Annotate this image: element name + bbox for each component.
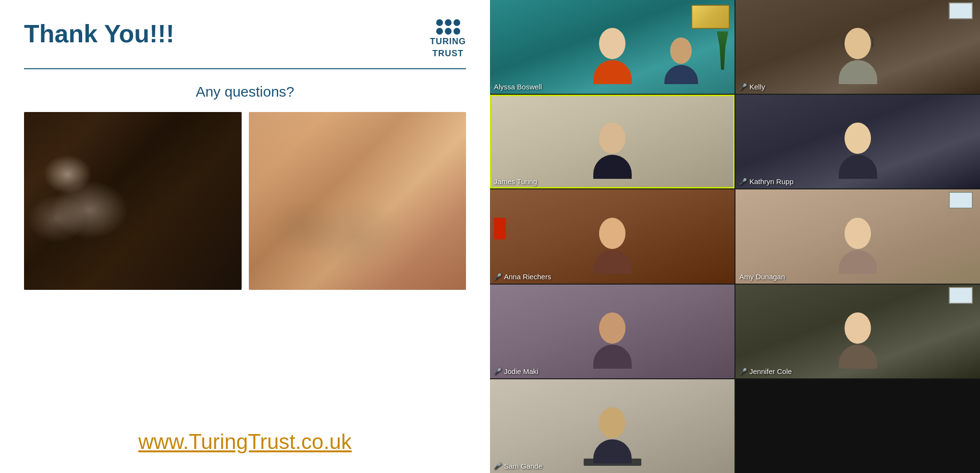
video-tile-alyssa: Alyssa Boswell bbox=[490, 0, 735, 94]
name-anna: 🎤 Anna Riechers bbox=[494, 273, 551, 281]
logo-text-line1: TURING bbox=[430, 37, 466, 47]
logo-dot-2 bbox=[445, 19, 452, 26]
photo-students-2 bbox=[249, 112, 466, 290]
name-jodie: 🎤 Jodie Maki bbox=[494, 367, 539, 375]
logo-dot-5 bbox=[445, 28, 452, 35]
head-jennifer bbox=[845, 312, 871, 344]
video-tile-anna: 🎤 Anna Riechers bbox=[490, 189, 735, 283]
person-sam bbox=[593, 407, 632, 463]
red-object-anna bbox=[494, 218, 506, 239]
logo-dot-1 bbox=[436, 19, 443, 26]
plant-alyssa bbox=[715, 31, 730, 70]
person-jennifer bbox=[839, 312, 877, 369]
window-amy bbox=[949, 192, 973, 209]
mute-icon-kathryn: 🎤 bbox=[739, 178, 747, 185]
website-link[interactable]: www.TuringTrust.co.uk bbox=[24, 420, 466, 454]
body-kelly bbox=[839, 60, 877, 84]
video-tile-james: James Turing bbox=[490, 95, 735, 188]
body-anna bbox=[593, 250, 632, 274]
head-amy bbox=[845, 218, 871, 249]
mute-icon-jodie: 🎤 bbox=[494, 368, 502, 375]
logo-dot-4 bbox=[436, 28, 443, 35]
name-label-james: James Turing bbox=[494, 177, 537, 186]
slide-header: Thank You!!! TURING TRUST bbox=[24, 19, 466, 59]
head-sam bbox=[599, 407, 625, 438]
head-jodie bbox=[599, 312, 625, 344]
photos-row bbox=[24, 112, 466, 290]
window-jennifer bbox=[949, 287, 973, 304]
body-jennifer bbox=[839, 345, 877, 369]
second-head-alyssa bbox=[670, 37, 692, 64]
mute-icon-jennifer: 🎤 bbox=[739, 368, 747, 375]
head-kelly bbox=[845, 28, 871, 59]
name-label-kathryn: Kathryn Rupp bbox=[749, 177, 794, 186]
slide-title: Thank You!!! bbox=[24, 19, 174, 48]
video-tile-kathryn: 🎤 Kathryn Rupp bbox=[735, 95, 980, 188]
video-tile-amy: Amy Dunagan bbox=[735, 189, 980, 283]
name-jennifer: 🎤 Jennifer Cole bbox=[739, 367, 792, 375]
video-tile-kelly: 🎤 Kelly bbox=[735, 0, 980, 94]
second-person-alyssa bbox=[664, 37, 698, 84]
head-anna bbox=[599, 218, 625, 249]
name-amy: Amy Dunagan bbox=[739, 273, 785, 281]
person-jodie bbox=[593, 312, 632, 369]
person-alyssa bbox=[593, 28, 632, 84]
mute-icon-kelly: 🎤 bbox=[739, 83, 747, 90]
video-tile-jennifer: 🎤 Jennifer Cole bbox=[735, 285, 980, 378]
head-kathryn bbox=[845, 123, 871, 154]
body-alyssa bbox=[593, 60, 632, 84]
body-jodie bbox=[593, 345, 632, 369]
mute-icon-sam: 🎤 bbox=[494, 462, 502, 470]
person-kathryn bbox=[839, 123, 877, 179]
person-james bbox=[593, 123, 632, 179]
wall-art-alyssa bbox=[691, 5, 730, 29]
body-sam bbox=[593, 439, 632, 463]
logo-text-line2: TRUST bbox=[432, 49, 464, 59]
logo-dot-3 bbox=[453, 19, 460, 26]
name-label-sam: Sam Gande bbox=[504, 462, 542, 470]
name-label-amy: Amy Dunagan bbox=[739, 273, 785, 281]
video-tile-jodie: 🎤 Jodie Maki bbox=[490, 285, 735, 378]
name-james: James Turing bbox=[494, 177, 537, 186]
name-label-alyssa: Alyssa Boswell bbox=[494, 83, 542, 91]
slide-divider bbox=[24, 68, 466, 69]
photo-students-1 bbox=[24, 112, 242, 290]
name-label-jodie: Jodie Maki bbox=[504, 367, 539, 375]
name-kathryn: 🎤 Kathryn Rupp bbox=[739, 177, 794, 186]
video-tile-sam: 🎤 Sam Gande bbox=[490, 379, 735, 473]
logo-dot-6 bbox=[453, 28, 460, 35]
logo-dots bbox=[436, 19, 460, 35]
video-tile-empty bbox=[735, 379, 980, 473]
body-amy bbox=[839, 250, 877, 274]
name-label-kelly: Kelly bbox=[749, 83, 765, 91]
any-questions-text: Any questions? bbox=[24, 84, 466, 100]
name-label-anna: Anna Riechers bbox=[504, 273, 551, 281]
name-kelly: 🎤 Kelly bbox=[739, 83, 765, 91]
turing-trust-logo: TURING TRUST bbox=[430, 19, 466, 59]
body-james bbox=[593, 155, 632, 179]
person-anna bbox=[593, 218, 632, 274]
presentation-slide: Thank You!!! TURING TRUST Any questions?… bbox=[0, 0, 490, 473]
name-sam: 🎤 Sam Gande bbox=[494, 462, 542, 470]
person-kelly bbox=[839, 28, 877, 84]
video-grid: Alyssa Boswell 🎤 Kelly James Turing bbox=[490, 0, 980, 473]
name-label-jennifer: Jennifer Cole bbox=[749, 367, 792, 375]
person-amy bbox=[839, 218, 877, 274]
mute-icon-anna: 🎤 bbox=[494, 273, 502, 280]
window-kelly bbox=[949, 2, 973, 19]
head-alyssa bbox=[599, 28, 625, 59]
name-alyssa: Alyssa Boswell bbox=[494, 83, 542, 91]
body-kathryn bbox=[839, 155, 877, 179]
head-james bbox=[599, 123, 625, 154]
second-body-alyssa bbox=[664, 65, 698, 84]
